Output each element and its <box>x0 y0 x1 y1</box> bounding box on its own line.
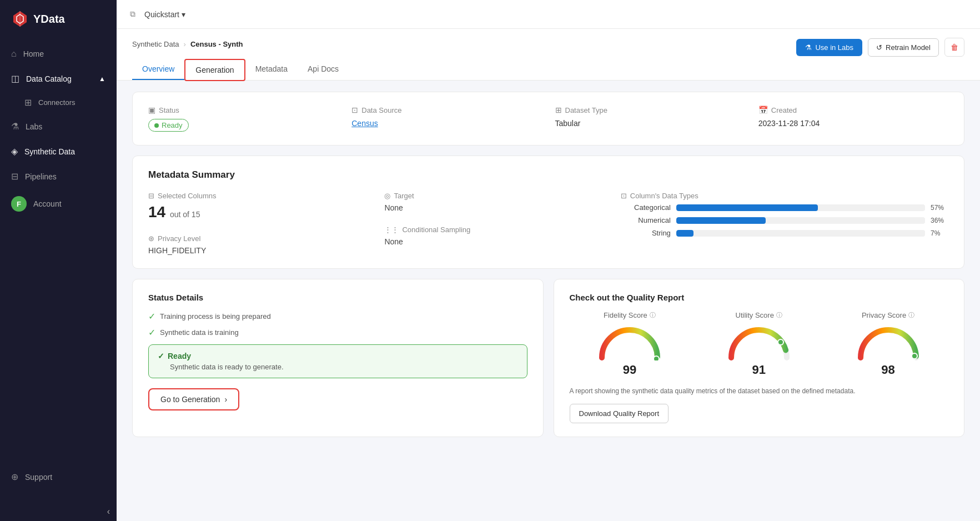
fidelity-gauge <box>596 322 663 360</box>
sidebar-item-data-catalog[interactable]: ◫ Data Catalog ▲ <box>0 67 117 91</box>
dataset-type-icon: ⊞ <box>555 106 562 114</box>
svg-point-5 <box>912 353 917 359</box>
quality-report-card: Check out the Quality Report Fidelity Sc… <box>554 279 965 437</box>
privacy-level-value: HIGH_FIDELITY <box>148 246 366 255</box>
metadata-summary-card: Metadata Summary ⊟ Selected Columns 14 o… <box>132 156 964 269</box>
fidelity-value: 99 <box>623 363 636 377</box>
page-content: Synthetic Data › Census - Synth ⚗ Use in… <box>117 29 980 521</box>
status-dot <box>154 123 159 128</box>
support-icon: ⊕ <box>11 472 18 482</box>
page-header-area: Synthetic Data › Census - Synth ⚗ Use in… <box>117 29 980 81</box>
check-icon-1: ✓ <box>148 311 155 322</box>
go-to-generation-button[interactable]: Go to Generation › <box>148 388 239 410</box>
delete-button[interactable]: 🗑 <box>944 38 964 57</box>
step-label-2: Synthetic data is training <box>160 328 239 337</box>
created-icon: 📅 <box>758 106 768 114</box>
status-item-created: 📅 Created 2023-11-28 17:04 <box>758 106 948 132</box>
download-label: Download Quality Report <box>579 409 660 418</box>
sidebar-label-synthetic-data: Synthetic Data <box>24 147 75 156</box>
ready-title: Ready <box>168 352 191 360</box>
sidebar-sub-catalog: ⊞ Connectors <box>0 92 117 113</box>
quality-title: Check out the Quality Report <box>570 293 949 302</box>
ready-description: Synthetic data is ready to generate. <box>158 363 518 371</box>
ready-check-icon: ✓ <box>158 352 164 360</box>
tabs: Overview Generation Metadata Api Docs <box>132 59 964 80</box>
sidebar-item-support[interactable]: ⊕ Support <box>0 465 117 489</box>
topbar-quickstart[interactable]: Quickstart ▾ <box>144 10 185 19</box>
privacy-info-icon[interactable]: ⓘ <box>908 311 914 319</box>
conditional-sampling-value: None <box>384 237 602 246</box>
breadcrumb-current: Census - Synth <box>190 40 243 48</box>
tab-metadata[interactable]: Metadata <box>245 59 298 80</box>
ready-box: ✓ Ready Synthetic data is ready to gener… <box>148 344 527 378</box>
synthetic-data-icon: ◈ <box>11 146 18 157</box>
data-source-link[interactable]: Census <box>351 119 541 128</box>
sidebar-item-account[interactable]: F Account <box>0 189 117 218</box>
data-catalog-icon: ◫ <box>11 73 19 84</box>
tab-overview[interactable]: Overview <box>132 59 184 80</box>
meta-column-types: ⊡ Column's Data Types Categorical 57% <box>621 192 948 255</box>
tab-api-docs[interactable]: Api Docs <box>298 59 349 80</box>
status-card: ▣ Status Ready ⊡ Data <box>132 92 964 146</box>
meta-conditional-sampling: ⋮⋮ Conditional Sampling None <box>384 226 602 246</box>
fidelity-label: Fidelity Score <box>604 311 647 319</box>
sidebar-collapse-button[interactable]: ‹ <box>107 507 110 517</box>
utility-score-item: Utility Score ⓘ <box>726 311 792 377</box>
utility-info-icon[interactable]: ⓘ <box>776 311 782 319</box>
target-icon: ◎ <box>384 192 390 200</box>
connectors-icon: ⊞ <box>24 97 32 108</box>
go-label: Go to Generation <box>160 395 220 404</box>
sidebar-item-labs[interactable]: ⚗ Labs <box>0 114 117 138</box>
status-item-status: ▣ Status Ready <box>148 106 338 132</box>
main-content: ⧉ Quickstart ▾ Synthetic Data › Census -… <box>117 0 980 521</box>
target-value: None <box>384 203 602 212</box>
home-icon: ⌂ <box>11 49 17 59</box>
meta-selected-columns: ⊟ Selected Columns 14 out of 15 <box>148 192 366 221</box>
metadata-grid: ⊟ Selected Columns 14 out of 15 ⊛ <box>148 192 948 255</box>
created-value: 2023-11-28 17:04 <box>758 119 948 128</box>
privacy-score-item: Privacy Score ⓘ <box>855 311 922 377</box>
status-badge: Ready <box>148 119 189 132</box>
download-quality-report-button[interactable]: Download Quality Report <box>570 404 669 423</box>
scores-row: Fidelity Score ⓘ <box>570 311 949 377</box>
sidebar-label-home: Home <box>23 49 44 58</box>
check-icon-2: ✓ <box>148 327 155 338</box>
sidebar-label-account: Account <box>33 199 62 208</box>
sidebar-nav: ⌂ Home ◫ Data Catalog ▲ ⊞ Connectors ⚗ L… <box>0 38 117 456</box>
step-label-1: Training process is being prepared <box>160 312 271 320</box>
selected-columns-icon: ⊟ <box>148 192 154 200</box>
avatar: F <box>11 196 27 212</box>
breadcrumb-parent[interactable]: Synthetic Data <box>132 40 179 48</box>
retrain-icon: ↺ <box>876 43 882 52</box>
data-types-section: Categorical 57% Numerical <box>621 203 948 237</box>
status-item-datasource: ⊡ Data Source Census <box>351 106 541 132</box>
quickstart-icon: ⧉ <box>130 9 135 19</box>
status-step-1: ✓ Training process is being prepared <box>148 311 527 322</box>
fidelity-info-icon[interactable]: ⓘ <box>650 311 656 319</box>
retrain-model-button[interactable]: ↺ Retrain Model <box>868 38 939 57</box>
status-grid: ▣ Status Ready ⊡ Data <box>148 106 948 132</box>
topbar-dropdown-arrow: ▾ <box>182 10 185 19</box>
quality-description: A report showing the synthetic data qual… <box>570 386 949 396</box>
use-in-labs-button[interactable]: ⚗ Use in Labs <box>796 39 862 56</box>
status-details-title: Status Details <box>148 293 527 302</box>
topbar: ⧉ Quickstart ▾ <box>117 0 980 29</box>
sidebar-label-support: Support <box>25 473 52 482</box>
go-arrow-icon: › <box>224 395 227 404</box>
sidebar-item-home[interactable]: ⌂ Home <box>0 42 117 66</box>
privacy-label: Privacy Score <box>862 311 906 319</box>
sidebar-item-connectors[interactable]: ⊞ Connectors <box>24 92 117 113</box>
privacy-gauge <box>855 322 922 360</box>
page-header: Synthetic Data › Census - Synth ⚗ Use in… <box>117 29 980 81</box>
column-types-icon: ⊡ <box>621 192 627 200</box>
sidebar-item-synthetic-data[interactable]: ◈ Synthetic Data <box>0 139 117 163</box>
selected-columns-value: 14 out of 15 <box>148 203 366 221</box>
tab-generation[interactable]: Generation <box>184 59 245 81</box>
sidebar-item-pipelines[interactable]: ⊟ Pipelines <box>0 164 117 188</box>
pipelines-icon: ⊟ <box>11 171 18 182</box>
cards-area: ▣ Status Ready ⊡ Data <box>117 81 980 448</box>
conditional-sampling-icon: ⋮⋮ <box>384 226 399 234</box>
breadcrumb: Synthetic Data › Census - Synth <box>132 40 243 48</box>
fidelity-score-item: Fidelity Score ⓘ <box>596 311 663 377</box>
app-logo[interactable]: YData <box>0 0 117 38</box>
